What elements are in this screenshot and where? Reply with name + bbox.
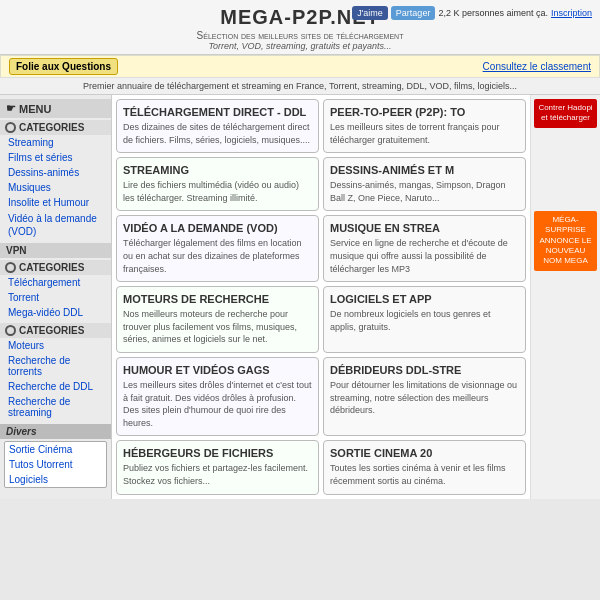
card-moteurs-desc: Nos meilleurs moteurs de recherche pour … xyxy=(123,308,312,346)
sidebar-link-tutos[interactable]: Tutos Utorrent xyxy=(5,457,106,472)
card-moteurs-title: Moteurs de Recherche xyxy=(123,293,312,305)
sidebar-link-telechargement[interactable]: Téléchargement xyxy=(0,275,111,290)
categories-section-3: CateGORIES Moteurs Recherche de torrents… xyxy=(0,323,111,420)
ad-banner-2[interactable]: MÉGA-SURPRISE ANNONCE LE NOUVEAU NOM MEG… xyxy=(534,211,597,271)
fb-share-button[interactable]: Partager xyxy=(391,6,436,20)
categories-label-3: CateGORIES xyxy=(19,325,84,336)
card-sortie-cinema-desc: Toutes les sorties cinéma à venir et les… xyxy=(330,462,519,487)
sidebar-link-recherche-ddl[interactable]: Recherche de DDL xyxy=(0,379,111,394)
card-p2p-desc: Les meilleurs sites de torrent français … xyxy=(330,121,519,146)
ad-banner-1[interactable]: Contrer Hadopi et télécharger xyxy=(534,99,597,128)
card-streaming-desc: Lire des fichiers multimédia (vidéo ou a… xyxy=(123,179,312,204)
sidebar-link-recherche-torrents[interactable]: Recherche de torrents xyxy=(0,353,111,379)
sidebar-link-dessins[interactable]: Dessins-animés xyxy=(0,165,111,180)
card-debrideurs-desc: Pour détourner les limitations de vision… xyxy=(330,379,519,417)
menu-label: ☛ MENU xyxy=(0,99,111,118)
card-logiciels[interactable]: Logiciels et App De nombreux logiciels e… xyxy=(323,286,526,353)
sidebar-link-streaming[interactable]: Streaming xyxy=(0,135,111,150)
vpn-section: VPN xyxy=(0,243,111,258)
card-streaming[interactable]: Streaming Lire des fichiers multimédia (… xyxy=(116,157,319,211)
card-p2p[interactable]: Peer-to-Peer (P2P): To Les meilleurs sit… xyxy=(323,99,526,153)
card-sortie-cinema[interactable]: Sortie Cinema 20 Toutes les sorties ciné… xyxy=(323,440,526,494)
card-ddl-desc: Des dizaines de sites de téléchargement … xyxy=(123,121,312,146)
search-icon-3 xyxy=(5,325,16,336)
card-logiciels-desc: De nombreux logiciels en tous genres et … xyxy=(330,308,519,333)
card-streaming-title: Streaming xyxy=(123,164,312,176)
card-ddl[interactable]: Téléchargement Direct - DDL Des dizaines… xyxy=(116,99,319,153)
categories-label-2: CateGORIES xyxy=(19,262,84,273)
sidebar-link-vod[interactable]: Vidéo à la demande (VOD) xyxy=(0,210,111,240)
categories-section-1: CateGORIES Streaming Films et séries Des… xyxy=(0,120,111,240)
card-vod-title: Vidéo a la Demande (VOD) xyxy=(123,222,312,234)
announce-text: Premier annuaire de téléchargement et st… xyxy=(83,81,517,91)
subtitle-line1: Sélection des meilleurs sites de télécha… xyxy=(197,30,404,41)
subtitle-line2: Torrent, VOD, streaming, gratuits et pay… xyxy=(208,41,391,51)
card-debrideurs[interactable]: Débrideurs DDL-Stre Pour détourner les l… xyxy=(323,357,526,436)
side-ads-panel: Contrer Hadopi et télécharger MÉGA-SURPR… xyxy=(530,95,600,499)
card-moteurs[interactable]: Moteurs de Recherche Nos meilleurs moteu… xyxy=(116,286,319,353)
sidebar-link-logiciels[interactable]: Logiciels xyxy=(5,472,106,487)
card-logiciels-title: Logiciels et App xyxy=(330,293,519,305)
sidebar-link-sortie-cinema[interactable]: Sortie Cinéma xyxy=(5,442,106,457)
sidebar-link-recherche-streaming[interactable]: Recherche de streaming xyxy=(0,394,111,420)
card-hebergeurs[interactable]: Hébergeurs de Fichiers Publiez vos fichi… xyxy=(116,440,319,494)
card-vod-desc: Télécharger légalement des films en loca… xyxy=(123,237,312,275)
card-sortie-cinema-title: Sortie Cinema 20 xyxy=(330,447,519,459)
sidebar-link-insolite[interactable]: Insolite et Humour xyxy=(0,195,111,210)
sidebar-link-musiques[interactable]: Musiques xyxy=(0,180,111,195)
card-debrideurs-title: Débrideurs DDL-Stre xyxy=(330,364,519,376)
card-humour[interactable]: Humour et Vidéos Gags Les meilleurs site… xyxy=(116,357,319,436)
card-hebergeurs-title: Hébergeurs de Fichiers xyxy=(123,447,312,459)
card-humour-title: Humour et Vidéos Gags xyxy=(123,364,312,376)
search-icon-1 xyxy=(5,122,16,133)
classement-link[interactable]: Consultez le classement xyxy=(483,61,591,72)
card-humour-desc: Les meilleurs sites drôles d'internet et… xyxy=(123,379,312,429)
card-dessins[interactable]: Dessins-Animés et M Dessins-animés, mang… xyxy=(323,157,526,211)
divers-section: Divers Sortie Cinéma Tutos Utorrent Logi… xyxy=(0,424,111,488)
folie-questions-button[interactable]: Folie aux Questions xyxy=(9,58,118,75)
card-dessins-desc: Dessins-animés, mangas, Simpson, Dragon … xyxy=(330,179,519,204)
card-vod[interactable]: Vidéo a la Demande (VOD) Télécharger lég… xyxy=(116,215,319,282)
sidebar-link-megavideo[interactable]: Mega-vidéo DDL xyxy=(0,305,111,320)
card-hebergeurs-desc: Publiez vos fichiers et partagez-les fac… xyxy=(123,462,312,487)
card-musique-title: Musique en Strea xyxy=(330,222,519,234)
search-icon-2 xyxy=(5,262,16,273)
menu-hand-icon: ☛ xyxy=(6,102,16,115)
card-dessins-title: Dessins-Animés et M xyxy=(330,164,519,176)
fb-inscription-link[interactable]: Inscription xyxy=(551,8,592,18)
card-p2p-title: Peer-to-Peer (P2P): To xyxy=(330,106,519,118)
categories-section-2: CateGORIES Téléchargement Torrent Mega-v… xyxy=(0,260,111,320)
sidebar-link-moteurs[interactable]: Moteurs xyxy=(0,338,111,353)
sidebar-link-films[interactable]: Films et séries xyxy=(0,150,111,165)
divers-label: Divers xyxy=(0,424,111,439)
card-musique[interactable]: Musique en Strea Service en ligne de rec… xyxy=(323,215,526,282)
card-ddl-title: Téléchargement Direct - DDL xyxy=(123,106,312,118)
fb-like-button[interactable]: J'aime xyxy=(352,6,388,20)
card-musique-desc: Service en ligne de recherche et d'écout… xyxy=(330,237,519,275)
fb-count: 2,2 K personnes aiment ça. xyxy=(438,8,548,18)
sidebar-link-torrent[interactable]: Torrent xyxy=(0,290,111,305)
categories-label-1: CateGORIES xyxy=(19,122,84,133)
